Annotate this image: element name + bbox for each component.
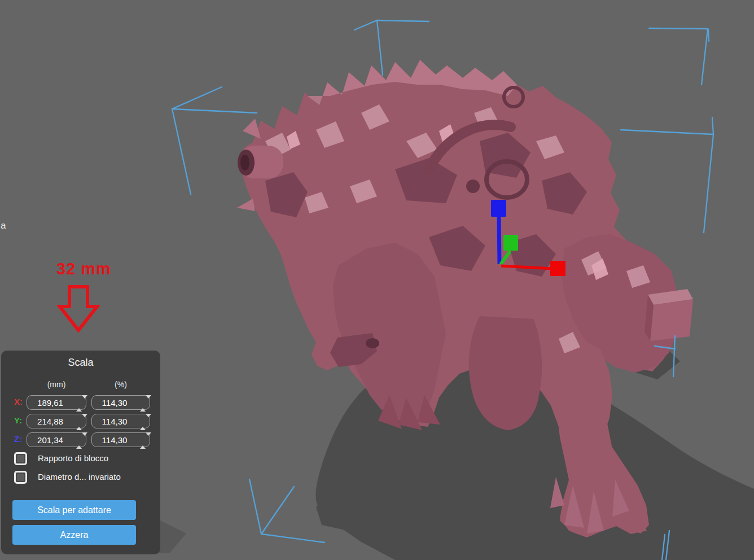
scale-row-x: X: 189,61 114,30 (1, 395, 160, 410)
y-mm-value: 214,88 (27, 417, 73, 426)
scale-row-z: Z: 201,34 114,30 (1, 432, 160, 447)
base-diameter-label: Diametro d... invariato (38, 472, 121, 482)
reset-button[interactable]: Azzera (12, 525, 136, 545)
uniform-scaling-checkbox[interactable] (14, 452, 27, 465)
z-mm-value: 201,34 (27, 435, 73, 445)
axis-label-x: X: (14, 397, 23, 406)
down-arrow-icon (55, 285, 106, 336)
slicer-window: a 32 mm Scala (mm) (%) X: 189,61 114,30 (0, 0, 754, 560)
column-header-mm: (mm) (27, 380, 86, 389)
scale-handle-x[interactable] (550, 261, 566, 276)
z-mm-spinbox[interactable]: 201,34 (27, 432, 86, 447)
y-mm-spinner-arrows[interactable] (76, 417, 82, 426)
scale-row-y: Y: 214,88 114,30 (1, 414, 160, 428)
column-header-percent: (%) (91, 380, 150, 389)
uniform-scaling-row: Rapporto di blocco (1, 452, 160, 466)
x-mm-spinner-arrows[interactable] (76, 399, 82, 408)
x-mm-spinbox[interactable]: 189,61 (27, 395, 86, 410)
scale-handle-y[interactable] (503, 235, 518, 251)
y-percent-spinbox[interactable]: 114,30 (91, 414, 150, 428)
x-percent-spinbox[interactable]: 114,30 (91, 395, 150, 410)
z-mm-spinner-arrows[interactable] (76, 436, 82, 445)
panel-title: Scala (1, 351, 160, 369)
y-percent-spinner-arrows[interactable] (140, 417, 146, 426)
x-mm-value: 189,61 (27, 398, 73, 408)
y-mm-spinbox[interactable]: 214,88 (27, 414, 86, 428)
axis-label-y: Y: (14, 415, 22, 425)
z-percent-spinner-arrows[interactable] (140, 436, 146, 445)
y-percent-value: 114,30 (92, 417, 137, 426)
z-percent-value: 114,30 (92, 435, 137, 445)
cutoff-text: a (1, 220, 6, 231)
size-annotation: 32 mm (51, 260, 124, 336)
base-diameter-row: Diametro d... invariato (1, 470, 160, 485)
x-percent-spinner-arrows[interactable] (140, 399, 146, 408)
scale-panel: Scala (mm) (%) X: 189,61 114,30 Y: 214, (1, 351, 160, 554)
scale-handle-z[interactable] (491, 200, 506, 217)
axis-label-z: Z: (14, 434, 22, 444)
base-diameter-checkbox[interactable] (14, 471, 27, 484)
uniform-scaling-label: Rapporto di blocco (38, 453, 108, 463)
x-percent-value: 114,30 (92, 398, 137, 408)
size-annotation-label: 32 mm (51, 260, 124, 278)
z-percent-spinbox[interactable]: 114,30 (91, 432, 150, 447)
scale-to-fit-button[interactable]: Scala per adattare (12, 500, 136, 520)
